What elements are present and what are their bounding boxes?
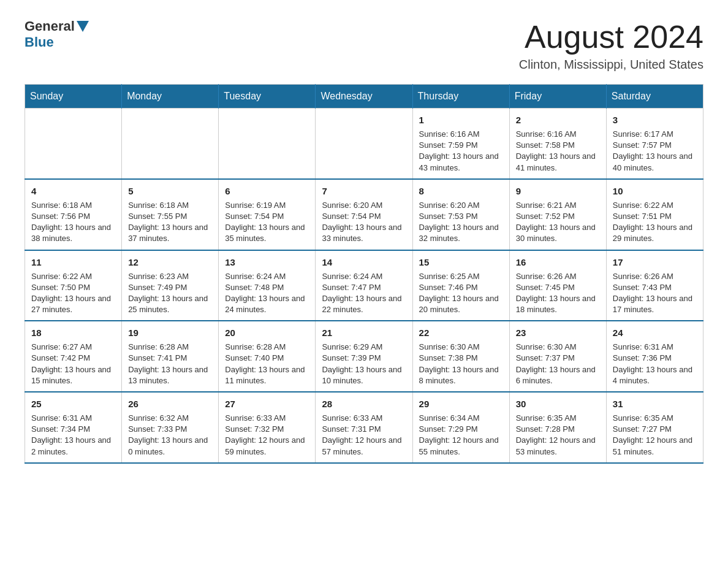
calendar-cell: 26Sunrise: 6:32 AMSunset: 7:33 PMDayligh… [122, 392, 219, 463]
calendar-cell: 28Sunrise: 6:33 AMSunset: 7:31 PMDayligh… [316, 392, 412, 463]
weekday-header-saturday: Saturday [606, 85, 703, 109]
day-number: 11 [31, 256, 115, 269]
day-info: Sunrise: 6:25 AMSunset: 7:46 PMDaylight:… [419, 271, 503, 316]
day-info: Sunrise: 6:18 AMSunset: 7:56 PMDaylight:… [31, 200, 115, 245]
calendar-cell [219, 109, 316, 179]
calendar-cell: 24Sunrise: 6:31 AMSunset: 7:36 PMDayligh… [606, 321, 703, 392]
day-info: Sunrise: 6:20 AMSunset: 7:54 PMDaylight:… [322, 200, 406, 245]
location-text: Clinton, Mississippi, United States [519, 58, 703, 72]
day-info: Sunrise: 6:26 AMSunset: 7:45 PMDaylight:… [516, 271, 600, 316]
week-row-1: 1Sunrise: 6:16 AMSunset: 7:59 PMDaylight… [25, 109, 703, 179]
day-info: Sunrise: 6:22 AMSunset: 7:50 PMDaylight:… [31, 271, 115, 316]
day-number: 3 [613, 113, 697, 126]
day-number: 7 [322, 185, 406, 197]
calendar-cell: 25Sunrise: 6:31 AMSunset: 7:34 PMDayligh… [25, 392, 122, 463]
day-number: 23 [516, 326, 600, 339]
calendar-header: SundayMondayTuesdayWednesdayThursdayFrid… [25, 85, 703, 109]
day-info: Sunrise: 6:17 AMSunset: 7:57 PMDaylight:… [613, 129, 697, 174]
day-number: 25 [31, 397, 115, 410]
logo-general-text: General [25, 18, 75, 34]
calendar-cell: 20Sunrise: 6:28 AMSunset: 7:40 PMDayligh… [219, 321, 316, 392]
calendar-cell [316, 109, 412, 179]
day-info: Sunrise: 6:33 AMSunset: 7:31 PMDaylight:… [322, 413, 406, 458]
day-number: 4 [31, 185, 115, 197]
day-number: 20 [225, 326, 309, 339]
calendar-cell: 19Sunrise: 6:28 AMSunset: 7:41 PMDayligh… [122, 321, 219, 392]
calendar-cell: 21Sunrise: 6:29 AMSunset: 7:39 PMDayligh… [316, 321, 412, 392]
calendar-table: SundayMondayTuesdayWednesdayThursdayFrid… [25, 84, 703, 464]
day-number: 2 [516, 113, 600, 126]
calendar-cell: 14Sunrise: 6:24 AMSunset: 7:47 PMDayligh… [316, 250, 412, 321]
month-title: August 2024 [519, 18, 703, 55]
day-info: Sunrise: 6:27 AMSunset: 7:42 PMDaylight:… [31, 342, 115, 386]
calendar-cell [122, 109, 219, 179]
day-number: 29 [419, 397, 503, 410]
weekday-header-row: SundayMondayTuesdayWednesdayThursdayFrid… [25, 85, 703, 109]
day-number: 6 [225, 185, 309, 197]
day-number: 26 [128, 397, 212, 410]
day-info: Sunrise: 6:19 AMSunset: 7:54 PMDaylight:… [225, 200, 309, 245]
calendar-cell: 10Sunrise: 6:22 AMSunset: 7:51 PMDayligh… [606, 179, 703, 250]
day-info: Sunrise: 6:34 AMSunset: 7:29 PMDaylight:… [419, 413, 503, 458]
day-info: Sunrise: 6:21 AMSunset: 7:52 PMDaylight:… [516, 200, 600, 245]
calendar-body: 1Sunrise: 6:16 AMSunset: 7:59 PMDaylight… [25, 109, 703, 463]
day-number: 14 [322, 256, 406, 269]
day-info: Sunrise: 6:22 AMSunset: 7:51 PMDaylight:… [613, 200, 697, 245]
day-number: 22 [419, 326, 503, 339]
logo: General Blue [25, 18, 91, 50]
calendar-cell: 6Sunrise: 6:19 AMSunset: 7:54 PMDaylight… [219, 179, 316, 250]
day-info: Sunrise: 6:30 AMSunset: 7:37 PMDaylight:… [516, 342, 600, 386]
day-number: 9 [516, 185, 600, 197]
day-info: Sunrise: 6:28 AMSunset: 7:41 PMDaylight:… [128, 342, 212, 386]
day-number: 8 [419, 185, 503, 197]
day-number: 15 [419, 256, 503, 269]
day-number: 28 [322, 397, 406, 410]
day-number: 19 [128, 326, 212, 339]
calendar-cell: 16Sunrise: 6:26 AMSunset: 7:45 PMDayligh… [509, 250, 606, 321]
day-number: 16 [516, 256, 600, 269]
calendar-cell: 5Sunrise: 6:18 AMSunset: 7:55 PMDaylight… [122, 179, 219, 250]
day-info: Sunrise: 6:33 AMSunset: 7:32 PMDaylight:… [225, 413, 309, 458]
day-number: 13 [225, 256, 309, 269]
calendar-cell: 23Sunrise: 6:30 AMSunset: 7:37 PMDayligh… [509, 321, 606, 392]
day-number: 5 [128, 185, 212, 197]
weekday-header-monday: Monday [122, 85, 219, 109]
day-number: 12 [128, 256, 212, 269]
weekday-header-thursday: Thursday [412, 85, 509, 109]
weekday-header-wednesday: Wednesday [316, 85, 412, 109]
logo-blue-text: Blue [25, 34, 54, 50]
day-info: Sunrise: 6:23 AMSunset: 7:49 PMDaylight:… [128, 271, 212, 316]
page-header: General Blue August 2024 Clinton, Missis… [25, 18, 703, 72]
calendar-cell: 27Sunrise: 6:33 AMSunset: 7:32 PMDayligh… [219, 392, 316, 463]
day-number: 30 [516, 397, 600, 410]
calendar-cell: 12Sunrise: 6:23 AMSunset: 7:49 PMDayligh… [122, 250, 219, 321]
calendar-cell: 7Sunrise: 6:20 AMSunset: 7:54 PMDaylight… [316, 179, 412, 250]
calendar-cell: 18Sunrise: 6:27 AMSunset: 7:42 PMDayligh… [25, 321, 122, 392]
day-info: Sunrise: 6:28 AMSunset: 7:40 PMDaylight:… [225, 342, 309, 386]
week-row-3: 11Sunrise: 6:22 AMSunset: 7:50 PMDayligh… [25, 250, 703, 321]
day-info: Sunrise: 6:24 AMSunset: 7:47 PMDaylight:… [322, 271, 406, 316]
day-info: Sunrise: 6:24 AMSunset: 7:48 PMDaylight:… [225, 271, 309, 316]
calendar-cell [25, 109, 122, 179]
calendar-cell: 2Sunrise: 6:16 AMSunset: 7:58 PMDaylight… [509, 109, 606, 179]
calendar-cell: 8Sunrise: 6:20 AMSunset: 7:53 PMDaylight… [412, 179, 509, 250]
calendar-cell: 11Sunrise: 6:22 AMSunset: 7:50 PMDayligh… [25, 250, 122, 321]
day-info: Sunrise: 6:16 AMSunset: 7:58 PMDaylight:… [516, 129, 600, 174]
week-row-4: 18Sunrise: 6:27 AMSunset: 7:42 PMDayligh… [25, 321, 703, 392]
week-row-2: 4Sunrise: 6:18 AMSunset: 7:56 PMDaylight… [25, 179, 703, 250]
logo-arrow-icon [77, 21, 89, 32]
day-number: 18 [31, 326, 115, 339]
calendar-cell: 29Sunrise: 6:34 AMSunset: 7:29 PMDayligh… [412, 392, 509, 463]
day-info: Sunrise: 6:16 AMSunset: 7:59 PMDaylight:… [419, 129, 503, 174]
day-info: Sunrise: 6:31 AMSunset: 7:34 PMDaylight:… [31, 413, 115, 458]
day-number: 17 [613, 256, 697, 269]
calendar-cell: 30Sunrise: 6:35 AMSunset: 7:28 PMDayligh… [509, 392, 606, 463]
calendar-cell: 17Sunrise: 6:26 AMSunset: 7:43 PMDayligh… [606, 250, 703, 321]
calendar-cell: 13Sunrise: 6:24 AMSunset: 7:48 PMDayligh… [219, 250, 316, 321]
day-number: 1 [419, 113, 503, 126]
day-number: 27 [225, 397, 309, 410]
weekday-header-sunday: Sunday [25, 85, 122, 109]
day-info: Sunrise: 6:26 AMSunset: 7:43 PMDaylight:… [613, 271, 697, 316]
day-number: 21 [322, 326, 406, 339]
day-info: Sunrise: 6:29 AMSunset: 7:39 PMDaylight:… [322, 342, 406, 386]
